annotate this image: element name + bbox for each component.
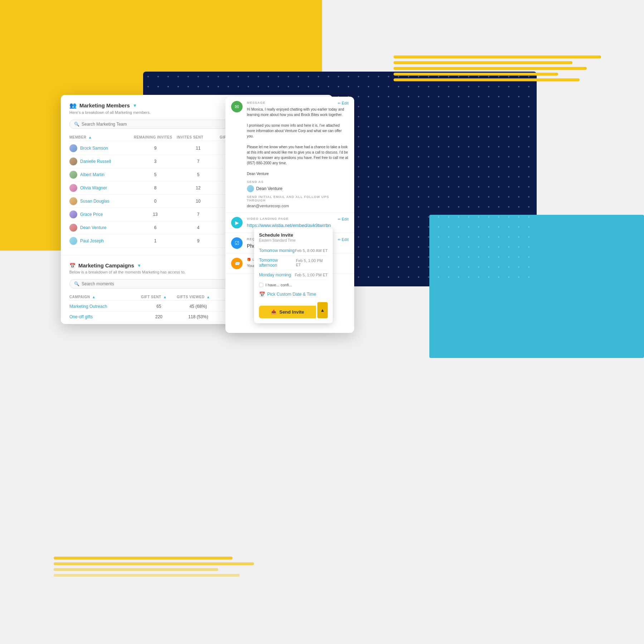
invites-sent-cell: 4 <box>177 225 220 230</box>
members-title: Marketing Members <box>79 102 130 108</box>
gifts-viewed-cell: 118 (53%) <box>177 314 220 319</box>
top-line-2 <box>394 61 572 64</box>
invites-sent-cell: 7 <box>177 212 220 217</box>
custom-date-label: Pick Custom Date & Time <box>267 292 316 297</box>
member-name-cell[interactable]: Susan Douglas <box>69 197 134 205</box>
gift-sent-cell: 65 <box>141 304 177 309</box>
custom-date-button[interactable]: 📅 Pick Custom Date & Time <box>259 290 328 299</box>
decorative-top-lines <box>394 55 608 84</box>
campaign-name-cell[interactable]: One-off gifts <box>69 314 141 319</box>
members-search-icon: 🔍 <box>74 122 79 127</box>
member-name-cell[interactable]: Grace Price <box>69 210 134 218</box>
member-name-cell[interactable]: Paul Joseph <box>69 237 134 245</box>
send-invite-row: 📤 Send Invite ▲ <box>259 302 328 318</box>
member-avatar <box>69 144 77 152</box>
member-name-cell[interactable]: Albert Martin <box>69 171 134 179</box>
invites-sent-cell: 7 <box>177 159 220 164</box>
requirements-edit-text: Edit <box>342 237 348 242</box>
video-content: VIDEO LANDING PAGE ✏ Edit https://www.wi… <box>247 217 348 228</box>
campaign-name-cell[interactable]: Marketing Outreach <box>69 304 141 309</box>
expand-button[interactable]: ▲ <box>317 302 328 318</box>
remaining-invites-cell: 3 <box>134 159 177 164</box>
decorative-bottom-lines <box>54 557 268 580</box>
message-edit-text: Edit <box>342 101 348 105</box>
requirements-icon-badge: ☑ <box>231 237 243 249</box>
member-avatar <box>69 158 77 165</box>
top-line-3 <box>394 67 587 70</box>
members-dropdown-arrow[interactable]: ▼ <box>133 103 137 108</box>
schedule-options-list: Tomorrow morning Feb 5, 8:00 AM ET Tomor… <box>259 246 328 280</box>
message-body: Hi Monica, I really enjoyed chatting wit… <box>247 107 348 176</box>
schedule-option-label: Monday morning <box>259 272 291 277</box>
schedule-checkbox[interactable] <box>259 283 263 287</box>
follow-ups-label: SEND INITIAL EMAIL AND ALL FOLLOW UPS TH… <box>247 195 348 202</box>
remaining-invites-cell: 8 <box>134 185 177 190</box>
member-avatar <box>69 224 77 232</box>
schedule-option[interactable]: Monday morning Feb 5, 1:00 PM ET <box>259 270 328 280</box>
schedule-option-label: Tomorrow afternoon <box>259 258 296 268</box>
member-name-cell[interactable]: Brock Samson <box>69 144 134 152</box>
schedule-option[interactable]: Tomorrow afternoon Feb 5, 1:00 PM ET <box>259 256 328 270</box>
last-step-icon-badge: 📨 <box>231 258 243 269</box>
campaigns-icon: 📅 <box>69 263 75 268</box>
sender-avatar <box>247 185 254 192</box>
send-as-section: SEND AS Dean Venture SEND INITIAL EMAIL … <box>247 180 348 208</box>
schedule-timezone: Eastern Standard Time <box>259 238 328 242</box>
schedule-checkbox-text: I have... confi... <box>265 283 292 287</box>
send-invite-button[interactable]: 📤 Send Invite <box>259 306 316 318</box>
sender-email: dean@venturecorp.com <box>247 204 348 208</box>
message-content: MESSAGE ✏ Edit Hi Monica, I really enjoy… <box>247 101 348 208</box>
sort-arrow-member[interactable]: ▲ <box>88 135 92 139</box>
remaining-invites-cell: 1 <box>134 238 177 243</box>
requirements-pencil-icon: ✏ <box>338 238 341 242</box>
send-icon: 📤 <box>271 309 277 315</box>
member-name-cell[interactable]: Danielle Russell <box>69 158 134 165</box>
member-name-cell[interactable]: Dean Venture <box>69 224 134 232</box>
remaining-invites-cell: 6 <box>134 225 177 230</box>
campaigns-dropdown-arrow[interactable]: ▼ <box>137 263 141 268</box>
top-line-5 <box>394 78 580 81</box>
avatar-img <box>69 210 77 218</box>
top-line-1 <box>394 55 601 58</box>
remaining-invites-cell: 13 <box>134 212 177 217</box>
avatar-img <box>69 171 77 179</box>
schedule-option-date: Feb 5, 1:00 PM ET <box>295 273 328 277</box>
avatar-img <box>69 184 77 192</box>
schedule-option[interactable]: Tomorrow morning Feb 5, 8:00 AM ET <box>259 246 328 256</box>
custom-date-icon: 📅 <box>259 291 265 297</box>
sort-arrow-gifts-viewed[interactable]: ▲ <box>206 295 210 299</box>
sort-arrow-gift-sent[interactable]: ▲ <box>163 295 167 299</box>
campaigns-title: Marketing Campaigns <box>78 262 134 268</box>
sender-person: Dean Venture <box>247 185 348 192</box>
send-as-label: SEND AS <box>247 180 348 184</box>
header-sent: INVITES SENT <box>177 135 220 139</box>
schedule-checkbox-row: I have... confi... <box>259 280 328 290</box>
schedule-popup: Schedule Invite Eastern Standard Time To… <box>254 227 333 323</box>
avatar-img <box>69 144 77 152</box>
member-avatar <box>69 184 77 192</box>
avatar-img <box>69 237 77 245</box>
gift-sent-cell: 220 <box>141 314 177 319</box>
header-gifts-viewed: GIFTS VIEWED ▲ <box>177 295 220 299</box>
campaigns-search-icon: 🔍 <box>74 281 79 286</box>
send-invite-label: Send Invite <box>279 309 304 315</box>
invites-sent-cell: 11 <box>177 146 220 151</box>
header-remaining: REMAINING INVITES <box>134 135 177 139</box>
requirements-edit-link[interactable]: ✏ Edit <box>338 237 348 242</box>
member-avatar <box>69 210 77 218</box>
yellow-line-2 <box>54 562 254 565</box>
message-label: MESSAGE <box>247 101 265 105</box>
video-edit-link[interactable]: ✏ Edit <box>338 217 348 221</box>
header-gift-sent: GIFT SENT ▲ <box>141 295 177 299</box>
yellow-line-3 <box>54 568 218 571</box>
video-pencil-icon: ✏ <box>338 217 341 221</box>
schedule-option-date: Feb 5, 8:00 AM ET <box>295 248 328 253</box>
schedule-option-date: Feb 5, 1:00 PM ET <box>296 258 328 267</box>
sender-name: Dean Venture <box>256 186 282 191</box>
yellow-line-1 <box>54 557 233 560</box>
remaining-invites-cell: 9 <box>134 146 177 151</box>
invites-sent-cell: 9 <box>177 238 220 243</box>
message-edit-link[interactable]: ✏ Edit <box>338 101 348 105</box>
member-name-cell[interactable]: Olivia Wagner <box>69 184 134 192</box>
sort-arrow-campaign[interactable]: ▲ <box>92 295 96 299</box>
